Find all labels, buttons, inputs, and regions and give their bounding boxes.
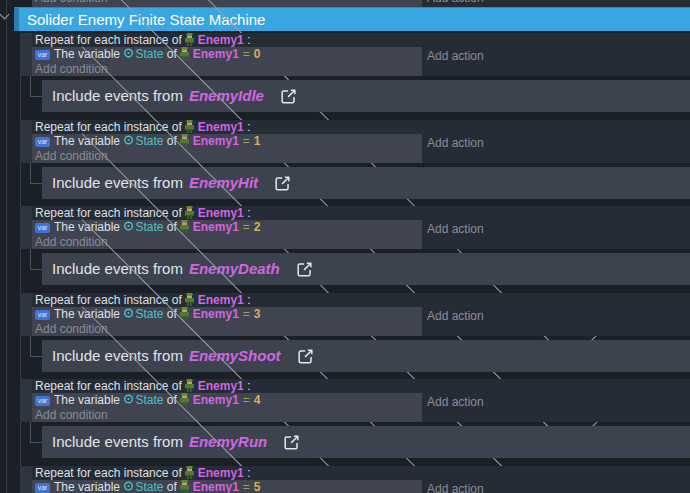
event-drag-handle[interactable] bbox=[20, 33, 32, 76]
event-drag-handle[interactable] bbox=[20, 293, 32, 336]
variable-badge-icon: var bbox=[35, 137, 50, 147]
repeat-label: Repeat for each instance of bbox=[35, 466, 182, 480]
of-label: of bbox=[167, 480, 177, 493]
sub-event-connector-line bbox=[30, 76, 42, 97]
add-action-button[interactable]: Add action bbox=[427, 0, 484, 5]
repeat-event-block: Repeat for each instance of Enemy1 : var… bbox=[0, 379, 690, 459]
add-action-button[interactable]: Add action bbox=[427, 49, 484, 63]
sub-event-connector-line bbox=[30, 249, 42, 270]
repeat-event-header[interactable]: Repeat for each instance of Enemy1 : bbox=[32, 466, 690, 480]
variable-icon bbox=[123, 393, 134, 405]
include-label: Include events from bbox=[52, 433, 183, 450]
add-action-button[interactable]: Add action bbox=[427, 309, 484, 323]
condition-area: varThe variable State of Enemy1=5 Add co… bbox=[32, 480, 422, 493]
event-sheet: Add condition Add action Solider Enemy F… bbox=[0, 0, 690, 493]
sub-event-connector-line bbox=[30, 336, 42, 357]
event-row: Repeat for each instance of Enemy1 : var… bbox=[32, 466, 690, 493]
include-events-row[interactable]: Include events fromEnemyRun bbox=[42, 426, 690, 458]
object-name: Enemy1 bbox=[198, 466, 244, 480]
group-drag-handle[interactable] bbox=[14, 8, 19, 31]
state-value: 5 bbox=[254, 480, 261, 493]
soldier-icon bbox=[184, 466, 195, 479]
collapse-chevron-icon[interactable] bbox=[0, 10, 9, 20]
event-drag-handle[interactable] bbox=[20, 206, 32, 249]
sub-event-connector-line bbox=[30, 422, 42, 443]
sub-event-connector-line bbox=[30, 163, 42, 184]
variable-icon bbox=[123, 480, 134, 492]
event-drag-handle[interactable] bbox=[20, 466, 32, 493]
colon: : bbox=[247, 466, 250, 480]
variable-badge-icon: var bbox=[35, 310, 50, 320]
add-action-button[interactable]: Add action bbox=[427, 395, 484, 409]
variable-badge-icon: var bbox=[35, 483, 50, 493]
add-action-button[interactable]: Add action bbox=[427, 222, 484, 236]
add-condition-button[interactable]: Add condition bbox=[35, 0, 108, 5]
variable-badge-icon: var bbox=[35, 50, 50, 60]
event-drag-handle[interactable] bbox=[20, 120, 32, 163]
clipped-action-area: Add action bbox=[422, 0, 690, 7]
add-action-button[interactable]: Add action bbox=[427, 136, 484, 150]
event-row: Repeat for each instance of Enemy1 : var… bbox=[32, 379, 690, 422]
add-action-button[interactable]: Add action bbox=[427, 482, 484, 493]
variable-name: State bbox=[135, 480, 163, 493]
equals-sign: = bbox=[243, 480, 250, 493]
repeat-event-header[interactable]: Repeat for each instance of Enemy1 : bbox=[32, 379, 690, 393]
soldier-icon bbox=[179, 480, 190, 493]
variable-badge-icon: var bbox=[35, 223, 50, 233]
the-variable-label: The variable bbox=[54, 480, 120, 493]
the-variable-label: The variable bbox=[54, 393, 120, 407]
repeat-event-block: Repeat for each instance of Enemy1 : var… bbox=[0, 466, 690, 493]
variable-name: State bbox=[135, 393, 163, 407]
object-name: Enemy1 bbox=[193, 480, 239, 493]
variable-badge-icon: var bbox=[35, 396, 50, 406]
event-drag-handle[interactable] bbox=[20, 379, 32, 422]
condition-row[interactable]: varThe variable State of Enemy1=5 bbox=[32, 480, 422, 493]
